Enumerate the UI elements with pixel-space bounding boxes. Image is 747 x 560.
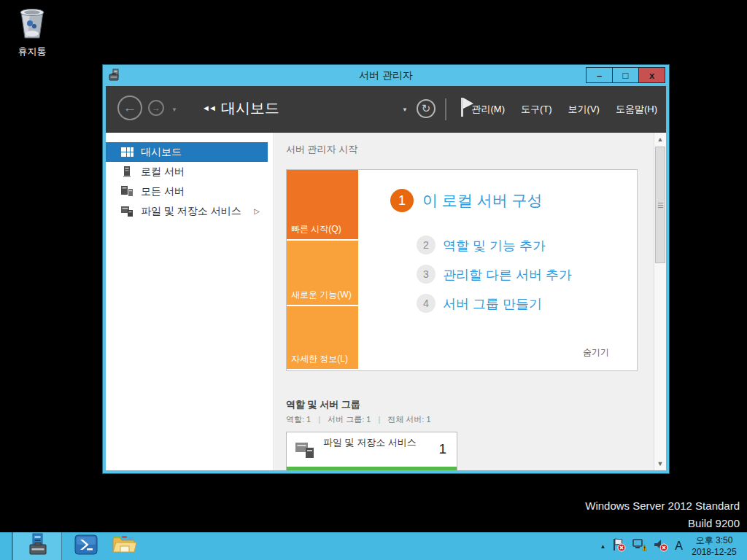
sidebar-item-file-storage-services[interactable]: 파일 및 저장소 서비스 ▷ (106, 201, 273, 221)
sidebar-item-label: 모든 서버 (141, 185, 185, 198)
welcome-section-title: 서버 관리자 시작 (286, 143, 357, 156)
refresh-button[interactable]: ↻ (417, 99, 436, 118)
window-title: 서버 관리자 (103, 65, 669, 86)
total-servers-count: 전체 서버: 1 (387, 415, 430, 424)
roles-section-title: 역할 및 서버 그룹 (286, 398, 360, 411)
file-storage-services-tile[interactable]: 파일 및 저장소 서비스 1 (286, 432, 457, 470)
tab-label: 빠른 시작(Q) (291, 223, 341, 236)
breadcrumb[interactable]: 대시보드 (221, 98, 279, 118)
scrollbar-up-icon[interactable]: ▲ (654, 133, 666, 145)
sidebar: 대시보드 로컬 서버 (106, 133, 274, 470)
vertical-scrollbar[interactable]: ▲ ▼ (654, 133, 666, 470)
menu-help[interactable]: 도움말(H) (616, 103, 657, 116)
taskbar-powershell-button[interactable] (70, 532, 102, 560)
sidebar-item-label: 파일 및 저장소 서비스 (141, 205, 241, 218)
menu-view[interactable]: 보기(V) (568, 103, 600, 116)
network-status-icon[interactable] (632, 538, 647, 555)
server-manager-window: 서버 관리자 – □ x ← → ▼ ◄◄ 대시보드 ▼ (102, 64, 670, 474)
scrollbar-grip-icon (658, 203, 663, 208)
step-3-badge: 3 (417, 265, 436, 284)
taskbar: ▲ A 오 (0, 532, 747, 560)
tab-label: 새로운 기능(W) (291, 289, 352, 301)
taskbar-file-explorer-button[interactable] (108, 532, 140, 560)
maximize-icon: □ (623, 70, 629, 81)
sidebar-item-label: 로컬 서버 (141, 166, 185, 179)
breadcrumb-collapse-icon[interactable]: ◄◄ (202, 104, 215, 112)
dashboard-icon (120, 147, 133, 158)
server-groups-count: 서버 그룹: 1 (328, 415, 371, 424)
clock-date: 2018-12-25 (684, 546, 744, 558)
os-version-line1: Windows Server 2012 Standard (585, 497, 740, 515)
powershell-icon (74, 534, 98, 559)
navigation-bar: ← → ▼ ◄◄ 대시보드 ▼ ↻ 관리(M) 도구(T) 보기( (106, 86, 666, 133)
tray-show-hidden-icons[interactable]: ▲ (600, 543, 605, 550)
menu-tools[interactable]: 도구(T) (521, 103, 552, 116)
file-storage-services-icon (120, 206, 133, 217)
close-button[interactable]: x (638, 67, 665, 83)
file-explorer-icon (112, 534, 136, 558)
tile-server-count: 1 (438, 441, 446, 457)
step-2-link[interactable]: 역할 및 기능 추가 (443, 237, 546, 254)
maximize-button[interactable]: □ (612, 67, 639, 83)
expand-arrow-icon[interactable]: ▷ (254, 207, 260, 215)
breadcrumb-dropdown-icon[interactable]: ▼ (402, 106, 408, 113)
volume-muted-icon[interactable] (654, 538, 668, 555)
recycle-bin[interactable]: 휴지통 (10, 6, 54, 58)
panes: 대시보드 로컬 서버 (106, 133, 666, 470)
scrollbar-thumb[interactable] (655, 147, 665, 263)
forward-button[interactable]: → (148, 100, 164, 116)
hide-link[interactable]: 숨기기 (583, 346, 609, 359)
scrollbar-down-icon[interactable]: ▼ (654, 458, 666, 470)
clock-time: 오후 3:50 (684, 534, 744, 546)
recycle-bin-icon (15, 31, 49, 43)
nav-separator (445, 98, 446, 120)
refresh-icon: ↻ (422, 102, 431, 115)
dashboard-content: 서버 관리자 시작 빠른 시작(Q) 새로운 기능(W) 자세한 정보(L) (274, 133, 666, 470)
taskbar-server-manager-button[interactable] (12, 532, 62, 560)
step-1-link[interactable]: 이 로컬 서버 구성 (422, 190, 543, 211)
menu-bar: 관리(M) 도구(T) 보기(V) 도움말(H) (472, 86, 658, 133)
close-icon: x (649, 70, 654, 81)
stats-separator: | (318, 415, 320, 424)
step-1-badge: 1 (390, 189, 414, 212)
back-button[interactable]: ← (117, 96, 142, 120)
back-icon: ← (123, 100, 137, 116)
roles-count: 역할: 1 (286, 415, 311, 424)
os-version-watermark: Windows Server 2012 Standard Build 9200 (585, 497, 740, 532)
window-body: ← → ▼ ◄◄ 대시보드 ▼ ↻ 관리(M) 도구(T) 보기( (106, 86, 666, 470)
history-dropdown-icon[interactable]: ▼ (171, 106, 177, 113)
step-4-badge: 4 (417, 294, 436, 313)
sidebar-item-local-server[interactable]: 로컬 서버 (106, 162, 273, 182)
tile-title-link[interactable]: 파일 및 저장소 서비스 (323, 436, 425, 449)
tab-label: 자세한 정보(L) (291, 353, 348, 365)
step-2-badge: 2 (417, 236, 436, 254)
step-4-link[interactable]: 서버 그룹 만들기 (443, 295, 542, 313)
step-3-link[interactable]: 관리할 다른 서버 추가 (443, 266, 572, 284)
forward-icon: → (152, 103, 160, 113)
minimize-icon: – (597, 70, 602, 81)
tab-learn-more[interactable]: 자세한 정보(L) (287, 306, 358, 369)
file-storage-services-tile-icon (295, 441, 316, 462)
tab-whats-new[interactable]: 새로운 기능(W) (287, 241, 358, 305)
sidebar-item-label: 대시보드 (141, 146, 182, 159)
action-center-flag-icon[interactable] (612, 538, 626, 555)
welcome-tile: 빠른 시작(Q) 새로운 기능(W) 자세한 정보(L) 1 이 로컬 서버 구… (286, 169, 638, 371)
system-tray: ▲ A (600, 532, 683, 560)
tile-status-bar (287, 467, 457, 470)
tab-quick-start[interactable]: 빠른 시작(Q) (287, 170, 358, 239)
ime-language-indicator[interactable]: A (675, 540, 683, 553)
sidebar-item-all-servers[interactable]: 모든 서버 (106, 182, 273, 201)
recycle-bin-label: 휴지통 (10, 45, 54, 58)
minimize-button[interactable]: – (586, 67, 613, 83)
os-version-line2: Build 9200 (585, 515, 740, 532)
stats-separator: | (378, 415, 380, 424)
welcome-tabs: 빠른 시작(Q) 새로운 기능(W) 자세한 정보(L) (287, 170, 358, 369)
server-manager-taskbar-icon (24, 533, 50, 559)
roles-stats: 역할: 1|서버 그룹: 1|전체 서버: 1 (286, 414, 431, 425)
local-server-icon (120, 166, 133, 177)
taskbar-clock[interactable]: 오후 3:50 2018-12-25 (684, 534, 744, 558)
titlebar[interactable]: 서버 관리자 – □ x (103, 65, 669, 86)
menu-manage[interactable]: 관리(M) (472, 103, 506, 116)
all-servers-icon (120, 186, 133, 197)
sidebar-item-dashboard[interactable]: 대시보드 (106, 142, 268, 162)
